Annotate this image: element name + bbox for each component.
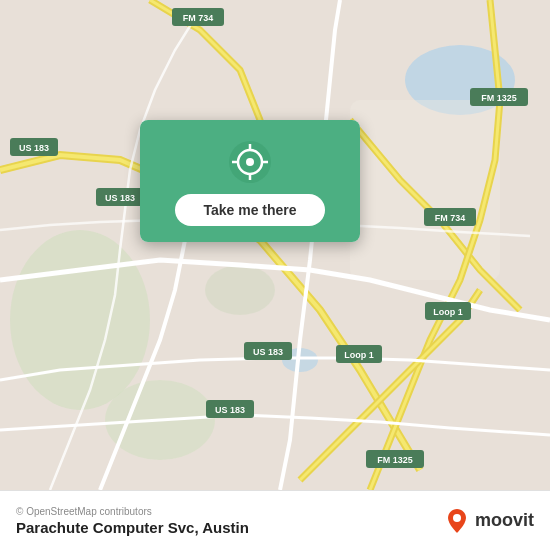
- svg-text:Loop 1: Loop 1: [433, 307, 463, 317]
- attribution-text: © OpenStreetMap contributors: [16, 506, 249, 517]
- svg-point-1: [10, 230, 150, 410]
- svg-text:US 183: US 183: [215, 405, 245, 415]
- svg-point-29: [246, 158, 254, 166]
- moovit-logo-icon: [443, 507, 471, 535]
- svg-text:US 183: US 183: [105, 193, 135, 203]
- svg-text:US 183: US 183: [19, 143, 49, 153]
- svg-text:FM 734: FM 734: [435, 213, 466, 223]
- svg-text:FM 1325: FM 1325: [377, 455, 413, 465]
- popup-green-area: Take me there: [140, 120, 360, 242]
- popup-card: Take me there: [140, 120, 360, 242]
- moovit-logo: moovit: [443, 507, 534, 535]
- location-pin-icon: [228, 140, 272, 184]
- take-me-there-button[interactable]: Take me there: [175, 194, 324, 226]
- map-container: FM 734 FM 1325 FM 734 US 183 US 183 US 1…: [0, 0, 550, 490]
- svg-text:US 183: US 183: [253, 347, 283, 357]
- bottom-bar: © OpenStreetMap contributors Parachute C…: [0, 490, 550, 550]
- location-name: Parachute Computer Svc, Austin: [16, 519, 249, 536]
- svg-rect-6: [350, 100, 500, 280]
- svg-point-34: [453, 514, 461, 522]
- svg-text:Loop 1: Loop 1: [344, 350, 374, 360]
- moovit-label: moovit: [475, 510, 534, 531]
- svg-text:FM 734: FM 734: [183, 13, 214, 23]
- svg-point-3: [205, 265, 275, 315]
- map-svg: FM 734 FM 1325 FM 734 US 183 US 183 US 1…: [0, 0, 550, 490]
- svg-text:FM 1325: FM 1325: [481, 93, 517, 103]
- bottom-info: © OpenStreetMap contributors Parachute C…: [16, 506, 249, 536]
